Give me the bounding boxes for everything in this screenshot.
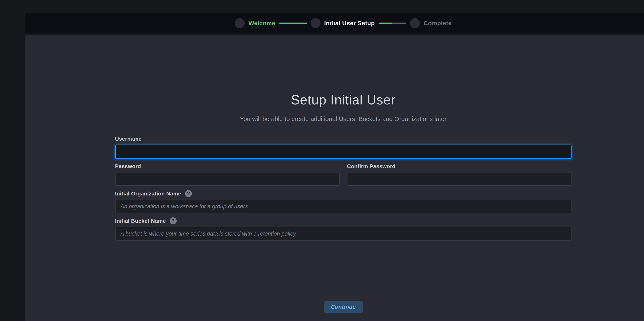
setup-panel: Setup Initial User You will be able to c…: [25, 35, 644, 321]
wizard-header: Welcome Initial User Setup Complete: [25, 13, 644, 33]
confirm-password-label-row: Confirm Password: [347, 163, 572, 169]
organization-label: Initial Organization Name: [115, 190, 182, 197]
question-mark-icon[interactable]: ?: [185, 190, 192, 197]
username-label-row: Username: [115, 136, 572, 142]
step-circle-welcome[interactable]: [235, 18, 245, 28]
setup-form-content: Setup Initial User You will be able to c…: [115, 35, 572, 313]
organization-input[interactable]: [115, 200, 572, 213]
password-label: Password: [115, 163, 141, 169]
step-label-welcome[interactable]: Welcome: [248, 20, 276, 27]
setup-stepper: Welcome Initial User Setup Complete: [235, 18, 452, 28]
step-welcome[interactable]: Welcome: [235, 18, 276, 28]
step-connector-1: [279, 22, 307, 24]
confirm-password-field-block: Confirm Password: [347, 163, 572, 186]
bucket-input[interactable]: [115, 227, 572, 241]
question-mark-icon[interactable]: ?: [170, 217, 177, 224]
password-label-row: Password: [115, 163, 340, 169]
organization-label-row: Initial Organization Name ?: [115, 190, 572, 197]
page-title: Setup Initial User: [115, 92, 572, 108]
step-circle-complete[interactable]: [410, 18, 420, 28]
passwords-row: Password Confirm Password: [115, 163, 572, 186]
step-circle-initial-user-setup[interactable]: [310, 18, 320, 28]
step-connector-2: [378, 22, 406, 24]
confirm-password-label: Confirm Password: [347, 163, 396, 169]
step-complete[interactable]: Complete: [410, 18, 452, 28]
page-subtitle: You will be able to create additional Us…: [115, 115, 572, 123]
bucket-label-row: Initial Bucket Name ?: [115, 217, 572, 224]
step-label-initial-user-setup[interactable]: Initial User Setup: [324, 20, 375, 27]
organization-field-block: Initial Organization Name ?: [115, 190, 572, 213]
step-initial-user-setup[interactable]: Initial User Setup: [310, 18, 375, 28]
username-input[interactable]: [115, 145, 572, 159]
password-input[interactable]: [115, 172, 340, 186]
continue-button[interactable]: Continue: [324, 301, 363, 313]
password-field-block: Password: [115, 163, 340, 186]
username-label: Username: [115, 136, 142, 142]
confirm-password-input[interactable]: [347, 172, 572, 186]
step-label-complete[interactable]: Complete: [424, 20, 452, 27]
bucket-label: Initial Bucket Name: [115, 218, 166, 224]
username-field-block: Username: [115, 136, 572, 159]
bucket-field-block: Initial Bucket Name ?: [115, 217, 572, 241]
form-actions: Continue: [115, 301, 572, 313]
